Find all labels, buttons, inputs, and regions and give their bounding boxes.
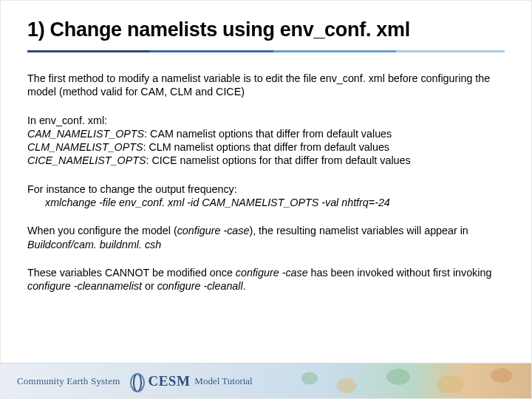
cannot-a: These variables CANNOT be modified once (27, 267, 236, 279)
opts-clm-desc: : CLM namelist options that differ from … (143, 141, 390, 153)
underline-seg-2 (150, 50, 273, 52)
configure-paragraph: When you configure the model (configure … (27, 224, 505, 251)
underline-seg-4 (396, 50, 505, 52)
slide: 1) Change namelists using env_conf. xml … (0, 0, 532, 399)
footer-brand: Community Earth System (17, 375, 120, 387)
opts-cam-name: CAM_NAMELIST_OPTS (27, 128, 144, 140)
cfg-text-a: When you configure the model ( (27, 225, 177, 236)
cannot-paragraph: These variables CANNOT be modified once … (27, 266, 505, 293)
footer: Community Earth System CESM Model Tutori… (1, 363, 531, 398)
opts-cice-desc: : CICE namelist options for that differ … (146, 154, 410, 166)
opts-block: In env_conf. xml: CAM_NAMELIST_OPTS: CAM… (27, 114, 505, 168)
footer-map-decor (280, 364, 531, 398)
slide-title: 1) Change namelists using env_conf. xml (27, 18, 505, 44)
example-lead: For instance to change the output freque… (27, 183, 505, 196)
opts-lead: In env_conf. xml: (27, 114, 505, 127)
globe-icon (127, 372, 145, 390)
cannot-cmd1: configure -case (236, 267, 308, 279)
footer-logo-text: CESM (148, 373, 190, 389)
title-area: 1) Change namelists using env_conf. xml (1, 1, 531, 52)
underline-seg-1 (27, 50, 150, 52)
opts-cice: CICE_NAMELIST_OPTS: CICE namelist option… (27, 154, 505, 167)
example-block: For instance to change the output freque… (27, 183, 505, 210)
opts-cam: CAM_NAMELIST_OPTS: CAM namelist options … (27, 127, 505, 140)
cannot-cmd3: configure -cleanall (157, 280, 243, 292)
cannot-cmd2: configure -cleannamelist (27, 280, 142, 292)
example-command: xmlchange -file env_conf. xml -id CAM_NA… (27, 196, 505, 209)
cfg-text-b: ), the resulting namelist variables will… (249, 225, 468, 236)
body: The first method to modify a namelist va… (1, 52, 531, 293)
opts-clm: CLM_NAMELIST_OPTS: CLM namelist options … (27, 140, 505, 154)
title-underline (27, 50, 505, 52)
opts-cam-desc: : CAM namelist options that differ from … (144, 128, 392, 140)
cannot-d: . (243, 280, 246, 292)
cfg-file: Buildconf/cam. buildnml. csh (27, 239, 161, 250)
cannot-b: has been invoked without first invoking (308, 267, 492, 279)
opts-cice-name: CICE_NAMELIST_OPTS (27, 154, 146, 166)
intro-paragraph: The first method to modify a namelist va… (27, 72, 505, 99)
cannot-c: or (142, 280, 157, 292)
footer-tagline: Model Tutorial (194, 375, 252, 387)
footer-logo: CESM (127, 372, 190, 390)
underline-seg-3 (273, 50, 396, 52)
cfg-cmd: configure -case (177, 225, 250, 236)
opts-clm-name: CLM_NAMELIST_OPTS (27, 141, 143, 153)
